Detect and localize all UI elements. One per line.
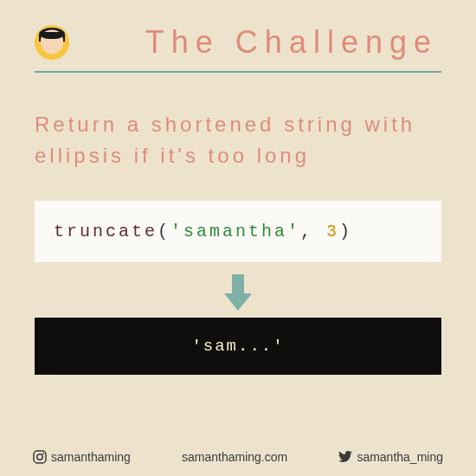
website-link: samanthaming.com: [182, 450, 287, 464]
code-output-block: 'sam...': [35, 318, 441, 375]
arrow-container: [35, 274, 441, 312]
code-input-block: truncate('samantha', 3): [35, 201, 441, 262]
code-arg-string: 'samantha': [170, 222, 300, 241]
challenge-description: Return a shortened string with ellipsis …: [35, 109, 441, 171]
code-close-paren: ): [339, 222, 352, 241]
code-open-paren: (: [158, 222, 170, 241]
svg-marker-1: [224, 293, 252, 311]
instagram-icon: [33, 450, 47, 464]
svg-point-3: [37, 454, 42, 460]
code-function-name: truncate: [54, 222, 158, 241]
svg-rect-2: [34, 451, 46, 463]
avatar: [35, 25, 69, 60]
page-title: The Challenge: [95, 24, 441, 61]
instagram-text: samanthaming: [51, 450, 131, 464]
footer: samanthaming samanthaming.com samantha_m…: [33, 450, 443, 464]
code-comma: ,: [300, 222, 326, 241]
twitter-text: samantha_ming: [357, 450, 443, 464]
svg-rect-0: [232, 274, 244, 293]
arrow-down-icon: [222, 274, 254, 312]
twitter-handle: samantha_ming: [338, 450, 443, 464]
code-arg-number: 3: [326, 222, 339, 241]
instagram-handle: samanthaming: [33, 450, 131, 464]
output-text: 'sam...': [191, 337, 284, 356]
twitter-icon: [338, 451, 352, 463]
header: The Challenge: [35, 24, 441, 73]
website-text: samanthaming.com: [182, 450, 287, 464]
svg-point-4: [42, 453, 44, 454]
